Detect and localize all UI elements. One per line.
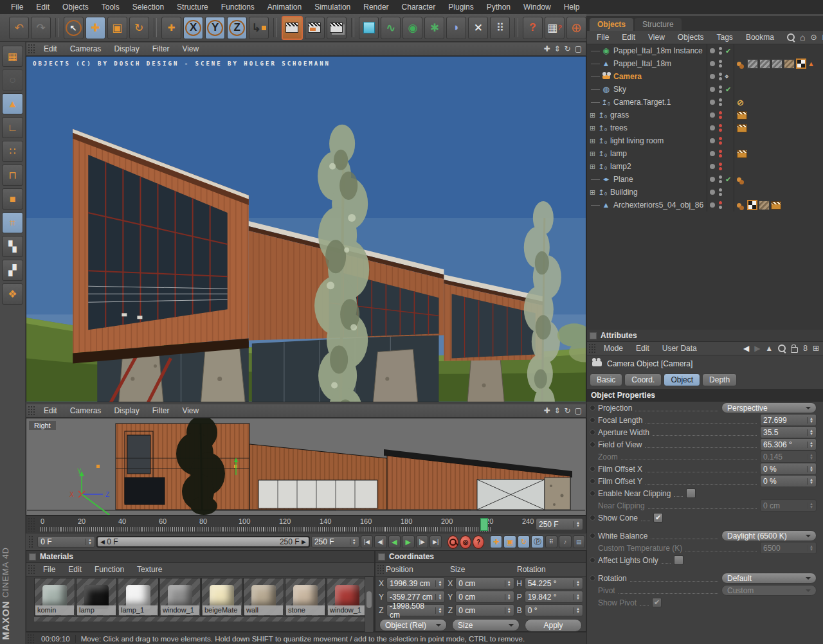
key-parameter-toggle[interactable]: Ⓟ <box>531 535 543 548</box>
tab-objects[interactable]: Objects <box>590 18 633 31</box>
render-view-button[interactable] <box>282 16 303 40</box>
object-name[interactable]: Pappel_Ital_18m Instance <box>613 46 703 55</box>
tab-object[interactable]: Object <box>664 373 700 386</box>
panel-grip[interactable] <box>27 634 34 643</box>
vp2-menu-cameras[interactable]: Cameras <box>64 405 107 416</box>
size-x-field[interactable]: 0 cm▲▼ <box>455 577 514 589</box>
anim-dot[interactable] <box>590 557 595 563</box>
expand-toggle-icon[interactable]: ⊞ <box>589 112 596 119</box>
protection-tag-icon[interactable]: ⊘ <box>737 98 744 107</box>
om-menu-objects[interactable]: Objects <box>671 31 710 43</box>
anim-dot[interactable] <box>590 442 595 447</box>
material-tag-icon[interactable] <box>737 203 741 208</box>
pan-view-icon[interactable]: ✚ <box>543 406 550 415</box>
panel-grip[interactable] <box>28 564 35 575</box>
object-row[interactable]: ◍Sky ✔ <box>587 83 823 96</box>
snap-settings-button[interactable]: ⌗ <box>2 212 23 233</box>
panel-grip[interactable] <box>28 517 35 532</box>
object-name[interactable]: grass <box>610 111 629 120</box>
material-item[interactable]: window_1 <box>159 578 201 616</box>
menu-tools[interactable]: Tools <box>96 1 125 13</box>
position-z-field[interactable]: -1998.508 cm▲▼ <box>386 604 445 616</box>
tag-area[interactable] <box>734 83 823 96</box>
elevation-canvas[interactable]: Y Z X Right <box>26 418 586 515</box>
visibility-dots[interactable] <box>707 96 734 109</box>
object-row[interactable]: ⊞↥₀grass <box>587 109 823 121</box>
menu-help[interactable]: Help <box>558 1 586 13</box>
material-item[interactable]: komin <box>34 578 75 616</box>
environment-button[interactable]: ✕ <box>468 17 488 39</box>
tag-area[interactable] <box>734 121 823 134</box>
texture-axis-mode-button[interactable]: ▞ <box>2 260 23 281</box>
anim-dot[interactable] <box>590 417 595 423</box>
object-axis-mode-button[interactable]: ∟ <box>2 117 23 138</box>
object-name[interactable]: lamp2 <box>610 162 631 171</box>
menu-selection[interactable]: Selection <box>127 1 170 13</box>
anim-dot[interactable] <box>590 575 595 581</box>
expand-toggle-icon[interactable]: ⊞ <box>589 163 596 170</box>
record-keyframe-button[interactable] <box>448 535 459 549</box>
visibility-dots[interactable] <box>707 134 734 147</box>
tab-coord[interactable]: Coord. <box>624 373 662 386</box>
visibility-dots[interactable] <box>707 160 734 173</box>
home-icon[interactable]: ⌂ <box>800 32 805 42</box>
film-offset-x-field[interactable]: 0 %▲▼ <box>760 463 817 475</box>
rotate-view-icon[interactable]: ↻ <box>565 44 571 53</box>
menu-objects[interactable]: Objects <box>57 1 95 13</box>
parent-up-icon[interactable]: ▲ <box>765 344 773 353</box>
panel-grip[interactable] <box>28 44 35 54</box>
visibility-dots[interactable] <box>707 186 734 199</box>
command-manager-button[interactable]: ▦? <box>545 17 565 39</box>
visibility-dots[interactable] <box>707 199 734 211</box>
key-rotation-toggle[interactable]: ↻ <box>518 535 530 548</box>
last-tool-button[interactable]: ✚ <box>161 17 181 39</box>
point-mode-button[interactable]: ∷ <box>2 141 23 162</box>
live-selection-button[interactable]: ↖ <box>64 17 84 39</box>
vp2-menu-filter[interactable]: Filter <box>147 405 176 416</box>
material-tag-icon[interactable] <box>737 177 741 182</box>
object-name[interactable]: Sky <box>613 85 626 94</box>
size-y-field[interactable]: 0 cm▲▼ <box>455 591 514 603</box>
menu-structure[interactable]: Structure <box>171 1 214 13</box>
panel-grip[interactable] <box>28 406 35 416</box>
pan-view-icon[interactable]: ✚ <box>543 44 550 53</box>
apply-button[interactable]: Apply <box>525 619 582 632</box>
menu-render[interactable]: Render <box>357 1 394 13</box>
make-editable-button[interactable]: ▦ <box>2 46 23 67</box>
visibility-dots[interactable] <box>707 121 734 134</box>
vp2-menu-view[interactable]: View <box>176 405 204 416</box>
play-forwards-button[interactable]: ▶ <box>402 535 414 548</box>
phong-tag-icon[interactable]: ▲ <box>808 60 815 67</box>
panel-grip[interactable] <box>377 564 384 575</box>
coordinate-system-button[interactable]: ↳ <box>249 17 269 39</box>
tag-area[interactable] <box>734 199 823 211</box>
keyframe-presets-button[interactable]: ▤ <box>573 535 585 548</box>
polygon-mode-button[interactable]: ■ <box>2 188 23 210</box>
object-row[interactable]: ↥₀Camera.Target.1 ⊘ <box>587 96 823 109</box>
menu-character[interactable]: Character <box>396 1 442 13</box>
anim-dot[interactable] <box>590 490 595 496</box>
vp-menu-edit[interactable]: Edit <box>38 43 63 55</box>
anim-dot[interactable] <box>590 405 595 411</box>
material-item[interactable]: lamp <box>76 578 117 616</box>
uvw-tag-icon[interactable] <box>796 58 806 69</box>
previous-frame-button[interactable]: ◀| <box>374 535 386 548</box>
menu-python[interactable]: Python <box>481 1 516 13</box>
panel-grip[interactable] <box>588 343 595 353</box>
online-help-globe-button[interactable]: ⊕ <box>566 17 586 39</box>
keyframe-selection-button[interactable]: ? <box>473 535 484 549</box>
size-z-field[interactable]: 0 cm▲▼ <box>455 604 514 616</box>
range-end-field[interactable]: 250 F▲▼ <box>311 536 359 548</box>
texture-tag-icon[interactable] <box>759 201 770 210</box>
key-scale-toggle[interactable]: ▣ <box>503 535 516 548</box>
tag-area[interactable] <box>734 44 823 57</box>
menu-animation[interactable]: Animation <box>262 1 307 13</box>
timeline-marker[interactable] <box>480 518 488 531</box>
goto-start-button[interactable]: |◀ <box>361 535 373 548</box>
panel-grip[interactable] <box>28 535 34 548</box>
object-properties-header[interactable]: Object Properties <box>587 389 823 402</box>
object-row[interactable]: ⊞↥₀Building <box>587 186 823 199</box>
mat-menu-edit[interactable]: Edit <box>62 564 88 575</box>
zoom-view-icon[interactable]: ⇕ <box>554 44 561 53</box>
object-name[interactable]: light living room <box>610 136 664 145</box>
